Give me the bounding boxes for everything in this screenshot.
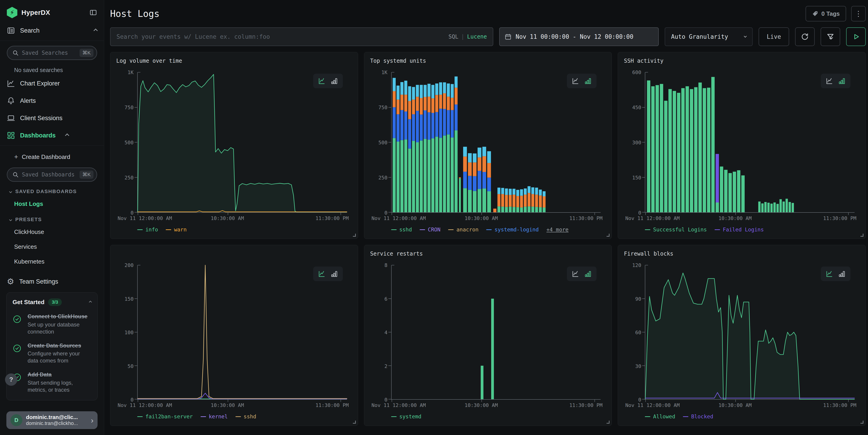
legend-item-successful-logins[interactable]: Successful Logins	[645, 227, 707, 232]
bar-chart-toggle-icon[interactable]	[331, 77, 338, 85]
divider: |	[461, 33, 464, 40]
refresh-button[interactable]	[795, 27, 815, 46]
sidebar-item-clickhouse[interactable]: ClickHouse	[14, 228, 97, 236]
legend-item-blocked[interactable]: Blocked	[683, 413, 713, 420]
chart-legend: infowarn	[137, 223, 352, 236]
x-axis-labels: Nov 11 12:00:00 AM10:30:00 AM11:30:00 PM	[137, 213, 347, 223]
saved-dashboards-section-header[interactable]: SAVED DASHBOARDS	[9, 189, 97, 194]
legend-label: fail2ban-server	[146, 413, 193, 420]
plot-area	[645, 265, 855, 400]
user-menu[interactable]: D dominic.tran@clic... dominic.tran@clic…	[6, 411, 98, 429]
panel-resize-handle[interactable]	[861, 421, 863, 424]
line-chart-toggle-icon[interactable]	[318, 77, 326, 85]
bar-chart-toggle-icon[interactable]	[331, 270, 338, 277]
legend-item-allowed[interactable]: Allowed	[645, 413, 675, 420]
legend-item-sshd[interactable]: sshd	[391, 227, 412, 232]
line-chart-toggle-icon[interactable]	[572, 270, 579, 277]
legend-label: systemd	[399, 413, 422, 420]
chart-panel-ssh-activity: SSH activity6004503001500Nov 11 12:00:00…	[618, 52, 866, 239]
step-desc: Configure where your data comes from	[28, 350, 91, 364]
presets-section-header[interactable]: PRESETS	[9, 217, 97, 222]
get-started-step-add-data[interactable]: Add Data Start sending logs, metrics, or…	[12, 371, 91, 393]
sidebar-item-services[interactable]: Services	[14, 243, 97, 250]
bar-chart-toggle-icon[interactable]	[838, 77, 845, 85]
chart-canvas[interactable]	[138, 265, 347, 399]
legend-item-anacron[interactable]: anacron	[448, 227, 478, 232]
get-started-step-connect[interactable]: Connect to ClickHouse Set up your databa…	[12, 313, 91, 335]
panel-resize-handle[interactable]	[353, 234, 356, 237]
line-chart-toggle-icon[interactable]	[318, 270, 326, 277]
legend-label: anacron	[456, 227, 478, 232]
sidebar-item-kubernetes[interactable]: Kubernetes	[14, 258, 97, 265]
panel-resize-handle[interactable]	[607, 234, 610, 237]
sidebar-item-team-settings[interactable]: ⚙ Team Settings	[7, 273, 97, 290]
legend-item-warn[interactable]: warn	[166, 227, 186, 232]
chart-canvas[interactable]	[392, 265, 601, 399]
sidebar-item-host-logs[interactable]: Host Logs	[14, 200, 97, 208]
y-axis-labels: 200150100500	[116, 265, 137, 400]
calendar-icon	[505, 33, 512, 40]
date-range-picker[interactable]: Nov 11 00:00:00 - Nov 12 00:00:00	[499, 27, 659, 46]
legend-item--4-more[interactable]: +4 more	[547, 227, 568, 232]
bar-chart-toggle-icon[interactable]	[584, 270, 591, 277]
y-axis-tick-label: 750	[378, 105, 388, 110]
y-axis-tick-label: 0	[638, 397, 641, 403]
bar-chart-toggle-icon[interactable]	[838, 270, 845, 277]
legend-item-systemd[interactable]: systemd	[391, 413, 422, 420]
sidebar-item-chart-explorer[interactable]: Chart Explorer	[7, 75, 97, 92]
page-header: Host Logs 0 Tags ⋮	[110, 6, 866, 22]
chart-canvas[interactable]	[392, 72, 601, 212]
live-button[interactable]: Live	[758, 27, 789, 46]
plot-row: 200150100500	[116, 265, 352, 400]
saved-searches-input[interactable]: Saved Searches ⌘K	[7, 46, 97, 60]
sidebar-item-search[interactable]: Search	[0, 21, 104, 40]
granularity-select[interactable]: Auto Granularity	[665, 27, 753, 46]
legend-item-systemd-logind[interactable]: systemd-logind	[486, 227, 538, 232]
legend-item-cron[interactable]: CRON	[420, 227, 440, 232]
panel-resize-handle[interactable]	[861, 234, 863, 237]
collapse-sidebar-icon[interactable]	[89, 9, 97, 17]
no-saved-searches-text: No saved searches	[14, 67, 97, 73]
filter-button[interactable]	[820, 27, 840, 46]
panel-resize-handle[interactable]	[607, 421, 610, 424]
saved-dashboards-input[interactable]: Saved Dashboards ⌘K	[7, 167, 97, 182]
legend-item-failed-logins[interactable]: Failed Logins	[715, 227, 764, 232]
legend-item-sshd[interactable]: sshd	[236, 413, 256, 420]
chevron-up-icon[interactable]	[93, 29, 98, 33]
chart-canvas[interactable]	[645, 72, 855, 212]
sidebar-item-client-sessions[interactable]: Client Sessions	[7, 110, 97, 127]
chevron-up-icon[interactable]	[89, 301, 92, 304]
help-button[interactable]: ?	[5, 373, 17, 386]
get-started-step-sources[interactable]: Create Data Sources Configure where your…	[12, 342, 91, 364]
dashboards-section: + Create Dashboard Saved Dashboards ⌘K S…	[0, 146, 104, 291]
chevron-up-icon[interactable]	[65, 133, 69, 137]
legend-swatch	[448, 229, 454, 230]
y-axis-tick-label: 150	[124, 296, 133, 302]
legend-swatch	[391, 229, 397, 230]
sidebar-item-dashboards[interactable]: Dashboards	[7, 127, 97, 144]
create-dashboard-button[interactable]: + Create Dashboard	[14, 153, 97, 161]
plot-row: 6004503001500	[624, 72, 860, 213]
step-title: Connect to ClickHouse	[28, 313, 91, 320]
event-search-input[interactable]: Search your events w/ Lucene ex. column:…	[110, 27, 493, 46]
check-circle-icon	[12, 342, 23, 364]
line-chart-toggle-icon[interactable]	[826, 77, 833, 85]
legend-item-kernel[interactable]: kernel	[200, 413, 228, 420]
line-chart-toggle-icon[interactable]	[572, 77, 579, 85]
chart-canvas[interactable]	[138, 72, 347, 212]
bar-chart-toggle-icon[interactable]	[584, 77, 591, 85]
chart-canvas[interactable]	[645, 265, 855, 399]
panel-resize-handle[interactable]	[353, 421, 356, 424]
line-chart-toggle-icon[interactable]	[826, 270, 833, 277]
chart-type-toggle	[567, 267, 596, 281]
lucene-toggle[interactable]: Lucene	[467, 33, 487, 40]
y-axis-tick-label: 90	[635, 296, 642, 302]
tags-button[interactable]: 0 Tags	[806, 6, 846, 22]
run-query-button[interactable]	[846, 27, 866, 46]
legend-item-info[interactable]: info	[137, 227, 158, 232]
more-options-button[interactable]: ⋮	[851, 6, 866, 22]
legend-item-fail2ban-server[interactable]: fail2ban-server	[137, 413, 193, 420]
y-tick-mark	[642, 142, 645, 143]
sql-toggle[interactable]: SQL	[448, 33, 458, 40]
sidebar-item-alerts[interactable]: Alerts	[7, 92, 97, 110]
